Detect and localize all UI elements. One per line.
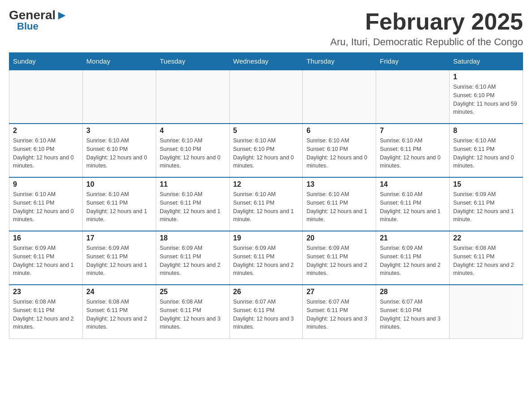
calendar-week-row: 23Sunrise: 6:08 AMSunset: 6:11 PMDayligh… <box>9 285 523 338</box>
calendar-week-row: 16Sunrise: 6:09 AMSunset: 6:11 PMDayligh… <box>9 231 523 285</box>
col-friday: Friday <box>376 53 450 70</box>
day-info: Sunrise: 6:09 AMSunset: 6:11 PMDaylight:… <box>453 190 519 224</box>
table-row: 17Sunrise: 6:09 AMSunset: 6:11 PMDayligh… <box>82 231 156 285</box>
day-number: 8 <box>453 127 519 135</box>
day-number: 25 <box>160 288 226 296</box>
table-row: 28Sunrise: 6:07 AMSunset: 6:10 PMDayligh… <box>376 285 450 338</box>
table-row <box>9 70 83 124</box>
day-info: Sunrise: 6:10 AMSunset: 6:11 PMDaylight:… <box>380 190 446 224</box>
table-row: 22Sunrise: 6:08 AMSunset: 6:11 PMDayligh… <box>450 231 523 285</box>
table-row: 19Sunrise: 6:09 AMSunset: 6:11 PMDayligh… <box>229 231 303 285</box>
day-info: Sunrise: 6:09 AMSunset: 6:11 PMDaylight:… <box>86 244 152 278</box>
table-row: 4Sunrise: 6:10 AMSunset: 6:10 PMDaylight… <box>156 124 229 177</box>
day-info: Sunrise: 6:10 AMSunset: 6:10 PMDaylight:… <box>160 137 226 170</box>
day-number: 15 <box>453 180 519 188</box>
day-number: 4 <box>160 127 226 135</box>
logo-blue-text: Blue <box>17 21 39 31</box>
day-number: 27 <box>306 288 372 296</box>
day-number: 21 <box>380 234 446 242</box>
day-number: 10 <box>86 180 152 188</box>
day-info: Sunrise: 6:08 AMSunset: 6:11 PMDaylight:… <box>453 244 519 278</box>
day-number: 7 <box>380 127 446 135</box>
table-row: 18Sunrise: 6:09 AMSunset: 6:11 PMDayligh… <box>156 231 229 285</box>
day-number: 12 <box>233 180 299 188</box>
day-number: 23 <box>13 288 79 296</box>
col-monday: Monday <box>82 53 156 70</box>
day-info: Sunrise: 6:09 AMSunset: 6:11 PMDaylight:… <box>380 244 446 278</box>
logo-triangle-icon: ► <box>56 8 68 22</box>
day-number: 17 <box>86 234 152 242</box>
day-number: 13 <box>306 180 372 188</box>
day-info: Sunrise: 6:10 AMSunset: 6:10 PMDaylight:… <box>453 83 519 116</box>
day-info: Sunrise: 6:08 AMSunset: 6:11 PMDaylight:… <box>86 298 152 331</box>
table-row: 21Sunrise: 6:09 AMSunset: 6:11 PMDayligh… <box>376 231 450 285</box>
table-row: 10Sunrise: 6:10 AMSunset: 6:11 PMDayligh… <box>82 177 156 231</box>
table-row: 25Sunrise: 6:08 AMSunset: 6:11 PMDayligh… <box>156 285 229 338</box>
logo: General► Blue <box>9 9 68 31</box>
page-header: General► Blue February 2025 Aru, Ituri, … <box>9 9 523 48</box>
calendar-week-row: 2Sunrise: 6:10 AMSunset: 6:10 PMDaylight… <box>9 124 523 177</box>
day-info: Sunrise: 6:10 AMSunset: 6:11 PMDaylight:… <box>380 137 446 170</box>
day-number: 1 <box>453 73 519 81</box>
day-number: 20 <box>306 234 372 242</box>
table-row: 20Sunrise: 6:09 AMSunset: 6:11 PMDayligh… <box>303 231 376 285</box>
table-row <box>376 70 450 124</box>
col-saturday: Saturday <box>450 53 523 70</box>
day-number: 9 <box>13 180 79 188</box>
table-row: 23Sunrise: 6:08 AMSunset: 6:11 PMDayligh… <box>9 285 83 338</box>
day-number: 28 <box>380 288 446 296</box>
day-info: Sunrise: 6:09 AMSunset: 6:11 PMDaylight:… <box>306 244 372 278</box>
day-info: Sunrise: 6:09 AMSunset: 6:11 PMDaylight:… <box>13 244 79 278</box>
day-info: Sunrise: 6:10 AMSunset: 6:10 PMDaylight:… <box>13 137 79 170</box>
table-row: 16Sunrise: 6:09 AMSunset: 6:11 PMDayligh… <box>9 231 83 285</box>
day-number: 22 <box>453 234 519 242</box>
day-number: 16 <box>13 234 79 242</box>
day-number: 19 <box>233 234 299 242</box>
table-row: 14Sunrise: 6:10 AMSunset: 6:11 PMDayligh… <box>376 177 450 231</box>
table-row: 11Sunrise: 6:10 AMSunset: 6:11 PMDayligh… <box>156 177 229 231</box>
day-info: Sunrise: 6:07 AMSunset: 6:11 PMDaylight:… <box>233 298 299 331</box>
table-row: 12Sunrise: 6:10 AMSunset: 6:11 PMDayligh… <box>229 177 303 231</box>
day-info: Sunrise: 6:09 AMSunset: 6:11 PMDaylight:… <box>160 244 226 278</box>
day-info: Sunrise: 6:07 AMSunset: 6:10 PMDaylight:… <box>380 298 446 331</box>
day-number: 14 <box>380 180 446 188</box>
day-number: 5 <box>233 127 299 135</box>
day-info: Sunrise: 6:08 AMSunset: 6:11 PMDaylight:… <box>13 298 79 331</box>
table-row: 1Sunrise: 6:10 AMSunset: 6:10 PMDaylight… <box>450 70 523 124</box>
table-row <box>303 70 376 124</box>
table-row: 15Sunrise: 6:09 AMSunset: 6:11 PMDayligh… <box>450 177 523 231</box>
day-info: Sunrise: 6:10 AMSunset: 6:11 PMDaylight:… <box>453 137 519 170</box>
calendar-table: Sunday Monday Tuesday Wednesday Thursday… <box>9 52 523 339</box>
day-number: 11 <box>160 180 226 188</box>
day-info: Sunrise: 6:10 AMSunset: 6:10 PMDaylight:… <box>306 137 372 170</box>
table-row <box>82 70 156 124</box>
day-info: Sunrise: 6:10 AMSunset: 6:10 PMDaylight:… <box>86 137 152 170</box>
table-row <box>229 70 303 124</box>
day-number: 3 <box>86 127 152 135</box>
col-sunday: Sunday <box>9 53 83 70</box>
day-info: Sunrise: 6:10 AMSunset: 6:11 PMDaylight:… <box>86 190 152 224</box>
calendar-header-row: Sunday Monday Tuesday Wednesday Thursday… <box>9 53 523 70</box>
title-block: February 2025 Aru, Ituri, Democratic Rep… <box>330 9 523 48</box>
table-row: 8Sunrise: 6:10 AMSunset: 6:11 PMDaylight… <box>450 124 523 177</box>
day-number: 2 <box>13 127 79 135</box>
col-wednesday: Wednesday <box>229 53 303 70</box>
day-info: Sunrise: 6:10 AMSunset: 6:10 PMDaylight:… <box>233 137 299 170</box>
calendar-week-row: 1Sunrise: 6:10 AMSunset: 6:10 PMDaylight… <box>9 70 523 124</box>
day-info: Sunrise: 6:09 AMSunset: 6:11 PMDaylight:… <box>233 244 299 278</box>
day-number: 6 <box>306 127 372 135</box>
table-row: 3Sunrise: 6:10 AMSunset: 6:10 PMDaylight… <box>82 124 156 177</box>
col-tuesday: Tuesday <box>156 53 229 70</box>
table-row: 2Sunrise: 6:10 AMSunset: 6:10 PMDaylight… <box>9 124 83 177</box>
day-info: Sunrise: 6:07 AMSunset: 6:11 PMDaylight:… <box>306 298 372 331</box>
calendar-week-row: 9Sunrise: 6:10 AMSunset: 6:11 PMDaylight… <box>9 177 523 231</box>
table-row <box>450 285 523 338</box>
month-title: February 2025 <box>330 9 523 34</box>
day-info: Sunrise: 6:10 AMSunset: 6:11 PMDaylight:… <box>160 190 226 224</box>
day-info: Sunrise: 6:10 AMSunset: 6:11 PMDaylight:… <box>306 190 372 224</box>
day-number: 24 <box>86 288 152 296</box>
day-info: Sunrise: 6:08 AMSunset: 6:11 PMDaylight:… <box>160 298 226 331</box>
col-thursday: Thursday <box>303 53 376 70</box>
table-row: 6Sunrise: 6:10 AMSunset: 6:10 PMDaylight… <box>303 124 376 177</box>
table-row: 7Sunrise: 6:10 AMSunset: 6:11 PMDaylight… <box>376 124 450 177</box>
